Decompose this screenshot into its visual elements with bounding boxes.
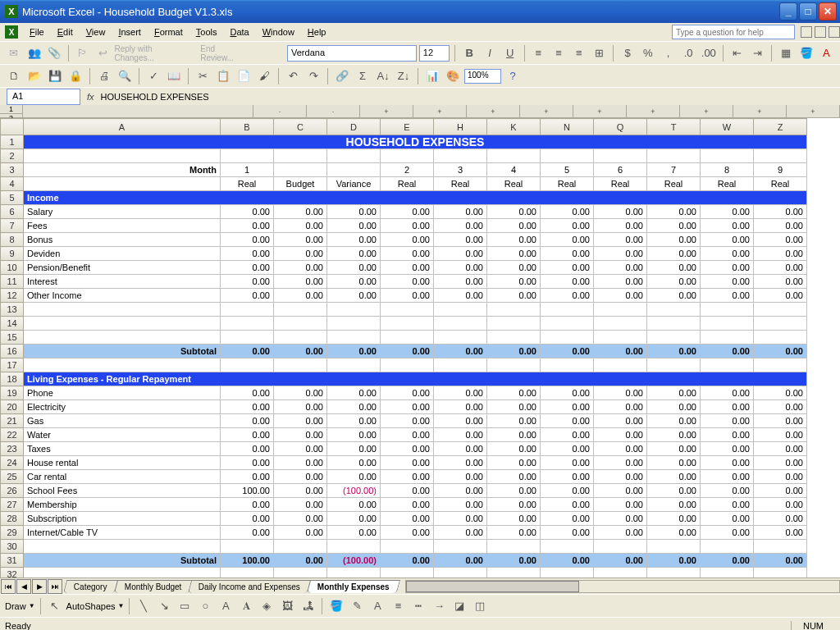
cell[interactable]: [754, 303, 807, 317]
cell[interactable]: 0.00: [754, 526, 807, 540]
cell[interactable]: 0.00: [221, 247, 274, 261]
cell[interactable]: 0.00: [594, 205, 647, 219]
percent-icon[interactable]: %: [639, 44, 657, 62]
cell[interactable]: 0.00: [754, 345, 807, 358]
cell[interactable]: [594, 568, 647, 578]
cell[interactable]: 0.00: [381, 247, 434, 261]
cell[interactable]: 0.00: [541, 442, 594, 456]
cell[interactable]: 0.00: [381, 484, 434, 498]
cell[interactable]: 0.00: [274, 554, 327, 568]
column-header[interactable]: W: [701, 119, 754, 135]
cell[interactable]: [434, 331, 487, 345]
doc-close[interactable]: [829, 26, 840, 38]
cell[interactable]: 0.00: [434, 456, 487, 470]
column-header[interactable]: T: [647, 119, 701, 135]
row-header[interactable]: 5: [1, 191, 24, 205]
cell[interactable]: 0.00: [221, 289, 274, 303]
line-color-icon[interactable]: ✎: [348, 597, 366, 615]
cell[interactable]: Month: [24, 163, 221, 177]
cell[interactable]: Real: [434, 177, 487, 191]
cell[interactable]: Variance: [327, 177, 381, 191]
cell[interactable]: 0.00: [434, 554, 487, 568]
cell[interactable]: [541, 358, 594, 372]
cell[interactable]: 0.00: [647, 247, 701, 261]
cell[interactable]: [594, 358, 647, 372]
cell[interactable]: 0.00: [487, 247, 541, 261]
cell[interactable]: 0.00: [594, 219, 647, 233]
cell[interactable]: [327, 163, 381, 177]
cell[interactable]: 0.00: [434, 386, 487, 400]
cell[interactable]: [24, 331, 221, 345]
minimize-button[interactable]: _: [779, 2, 797, 21]
undo-icon[interactable]: ↶: [284, 67, 302, 85]
cell[interactable]: [701, 317, 754, 331]
cell[interactable]: 0.00: [754, 428, 807, 442]
row-header[interactable]: 10: [1, 261, 24, 275]
cell[interactable]: 6: [594, 163, 647, 177]
row-header[interactable]: 17: [1, 358, 24, 372]
cell[interactable]: [754, 149, 807, 163]
sheet-tab[interactable]: Category: [63, 580, 118, 593]
copy-icon[interactable]: 📋: [214, 67, 232, 85]
cell[interactable]: [221, 568, 274, 578]
cell[interactable]: 0.00: [274, 456, 327, 470]
cell[interactable]: 0.00: [327, 442, 381, 456]
cell[interactable]: [24, 540, 221, 554]
diagram-icon[interactable]: ◈: [258, 597, 276, 615]
menu-edit[interactable]: Edit: [51, 25, 80, 39]
menu-file[interactable]: File: [23, 25, 51, 39]
cell[interactable]: 0.00: [221, 345, 274, 358]
horizontal-scrollbar[interactable]: [405, 580, 840, 593]
cell[interactable]: 0.00: [434, 205, 487, 219]
outline-toggle[interactable]: +: [360, 105, 413, 117]
cell[interactable]: 9: [754, 163, 807, 177]
cell[interactable]: Other Income: [24, 289, 221, 303]
cell[interactable]: 8: [701, 163, 754, 177]
cell[interactable]: Subscription: [24, 512, 221, 526]
cell[interactable]: [701, 540, 754, 554]
cell[interactable]: 0.00: [594, 289, 647, 303]
cell[interactable]: 0.00: [594, 526, 647, 540]
cell[interactable]: 0.00: [594, 554, 647, 568]
cell[interactable]: 0.00: [541, 205, 594, 219]
row-header[interactable]: 32: [1, 568, 24, 578]
cell[interactable]: [541, 317, 594, 331]
select-objects-icon[interactable]: ↖: [46, 597, 64, 615]
cell[interactable]: 0.00: [487, 484, 541, 498]
column-header[interactable]: B: [221, 119, 274, 135]
cell[interactable]: 0.00: [274, 247, 327, 261]
cell[interactable]: 0.00: [487, 289, 541, 303]
cell[interactable]: [647, 358, 701, 372]
cell[interactable]: 0.00: [541, 233, 594, 247]
row-header[interactable]: 21: [1, 414, 24, 428]
menu-insert[interactable]: Insert: [112, 25, 148, 39]
cell[interactable]: 0.00: [381, 345, 434, 358]
cell[interactable]: [701, 149, 754, 163]
decrease-indent-icon[interactable]: ⇤: [728, 44, 746, 62]
cell[interactable]: 0.00: [754, 275, 807, 289]
cell[interactable]: [434, 358, 487, 372]
cell[interactable]: Salary: [24, 205, 221, 219]
picture-icon[interactable]: 🏞: [299, 597, 317, 615]
cell[interactable]: [24, 358, 221, 372]
cell[interactable]: 0.00: [754, 247, 807, 261]
cell[interactable]: 0.00: [274, 498, 327, 512]
cell[interactable]: Gas: [24, 414, 221, 428]
cell[interactable]: 0.00: [647, 512, 701, 526]
row-header[interactable]: 14: [1, 317, 24, 331]
cell[interactable]: [754, 317, 807, 331]
tab-first-icon[interactable]: ⏮: [1, 579, 16, 594]
cell[interactable]: 0.00: [381, 275, 434, 289]
cell[interactable]: 0.00: [221, 456, 274, 470]
cell[interactable]: 0.00: [434, 428, 487, 442]
cell[interactable]: Real: [541, 177, 594, 191]
outline-toggle[interactable]: +: [413, 105, 467, 117]
cell[interactable]: 0.00: [221, 205, 274, 219]
line-style-icon[interactable]: ≡: [389, 597, 407, 615]
cell[interactable]: [274, 331, 327, 345]
cell[interactable]: 0.00: [701, 526, 754, 540]
cell[interactable]: 0.00: [647, 345, 701, 358]
cell[interactable]: 0.00: [541, 428, 594, 442]
cell[interactable]: [434, 568, 487, 578]
cell[interactable]: 0.00: [274, 526, 327, 540]
